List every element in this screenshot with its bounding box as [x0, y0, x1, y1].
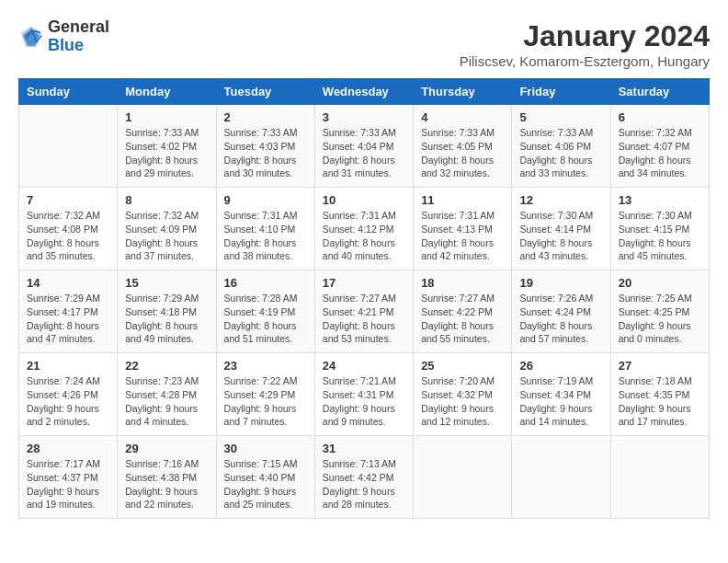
day-number: 15: [125, 276, 208, 290]
day-info: Sunrise: 7:15 AMSunset: 4:40 PMDaylight:…: [224, 457, 307, 511]
calendar-cell: 15Sunrise: 7:29 AMSunset: 4:18 PMDayligh…: [118, 270, 216, 353]
calendar-cell: [19, 105, 118, 188]
calendar-cell: 6Sunrise: 7:32 AMSunset: 4:07 PMDaylight…: [610, 105, 709, 188]
day-info: Sunrise: 7:13 AMSunset: 4:42 PMDaylight:…: [323, 457, 405, 511]
calendar-week-4: 21Sunrise: 7:24 AMSunset: 4:26 PMDayligh…: [19, 353, 710, 436]
day-info: Sunrise: 7:33 AMSunset: 4:03 PMDaylight:…: [224, 126, 307, 180]
day-number: 28: [27, 442, 109, 455]
calendar-cell: 24Sunrise: 7:21 AMSunset: 4:31 PMDayligh…: [314, 353, 413, 436]
day-info: Sunrise: 7:27 AMSunset: 4:22 PMDaylight:…: [421, 292, 504, 346]
calendar-cell: 8Sunrise: 7:32 AMSunset: 4:09 PMDaylight…: [118, 188, 216, 270]
day-info: Sunrise: 7:28 AMSunset: 4:19 PMDaylight:…: [224, 292, 307, 346]
day-number: 3: [323, 110, 405, 124]
calendar-cell: 18Sunrise: 7:27 AMSunset: 4:22 PMDayligh…: [414, 270, 512, 353]
calendar-cell: 14Sunrise: 7:29 AMSunset: 4:17 PMDayligh…: [19, 270, 118, 353]
title-block: January 2024 Piliscsev, Komarom-Esztergo…: [460, 18, 710, 69]
day-info: Sunrise: 7:32 AMSunset: 4:08 PMDaylight:…: [27, 209, 109, 263]
calendar-cell: 11Sunrise: 7:31 AMSunset: 4:13 PMDayligh…: [414, 188, 512, 270]
weekday-header-friday: Friday: [512, 79, 610, 105]
day-info: Sunrise: 7:24 AMSunset: 4:26 PMDaylight:…: [27, 374, 109, 429]
logo-text: General Blue: [48, 18, 109, 55]
calendar-cell: 21Sunrise: 7:24 AMSunset: 4:26 PMDayligh…: [19, 353, 118, 436]
weekday-header-sunday: Sunday: [19, 79, 118, 105]
calendar-cell: 1Sunrise: 7:33 AMSunset: 4:02 PMDaylight…: [118, 105, 216, 188]
day-info: Sunrise: 7:18 AMSunset: 4:35 PMDaylight:…: [619, 374, 701, 429]
day-info: Sunrise: 7:31 AMSunset: 4:10 PMDaylight:…: [224, 209, 307, 263]
logo-general: General: [48, 17, 109, 36]
calendar-cell: 17Sunrise: 7:27 AMSunset: 4:21 PMDayligh…: [314, 270, 413, 353]
day-number: 24: [323, 359, 405, 373]
day-info: Sunrise: 7:17 AMSunset: 4:37 PMDaylight:…: [27, 457, 109, 511]
weekday-header-saturday: Saturday: [610, 79, 709, 105]
day-number: 22: [125, 359, 208, 373]
page-subtitle: Piliscsev, Komarom-Esztergom, Hungary: [460, 53, 710, 69]
day-number: 26: [519, 359, 602, 373]
calendar-week-5: 28Sunrise: 7:17 AMSunset: 4:37 PMDayligh…: [19, 436, 710, 519]
day-number: 10: [323, 193, 405, 207]
logo-blue: Blue: [48, 36, 84, 54]
day-info: Sunrise: 7:33 AMSunset: 4:05 PMDaylight:…: [421, 126, 504, 180]
calendar-cell: 31Sunrise: 7:13 AMSunset: 4:42 PMDayligh…: [314, 436, 413, 519]
day-info: Sunrise: 7:30 AMSunset: 4:14 PMDaylight:…: [519, 209, 602, 263]
calendar-cell: 26Sunrise: 7:19 AMSunset: 4:34 PMDayligh…: [512, 353, 610, 436]
day-number: 4: [421, 110, 504, 124]
day-number: 9: [224, 193, 307, 207]
calendar-cell: 29Sunrise: 7:16 AMSunset: 4:38 PMDayligh…: [118, 436, 216, 519]
day-info: Sunrise: 7:29 AMSunset: 4:18 PMDaylight:…: [125, 292, 208, 346]
day-number: 5: [519, 110, 602, 124]
day-number: 20: [619, 276, 701, 290]
calendar-cell: [512, 436, 610, 519]
day-info: Sunrise: 7:19 AMSunset: 4:34 PMDaylight:…: [519, 374, 602, 429]
day-number: 6: [619, 110, 701, 124]
calendar-cell: 16Sunrise: 7:28 AMSunset: 4:19 PMDayligh…: [216, 270, 314, 353]
calendar-header-row: SundayMondayTuesdayWednesdayThursdayFrid…: [19, 79, 710, 105]
calendar-week-1: 1Sunrise: 7:33 AMSunset: 4:02 PMDaylight…: [19, 105, 710, 188]
calendar-cell: [610, 436, 709, 519]
day-info: Sunrise: 7:30 AMSunset: 4:15 PMDaylight:…: [619, 209, 701, 263]
weekday-header-tuesday: Tuesday: [216, 79, 314, 105]
calendar-cell: 9Sunrise: 7:31 AMSunset: 4:10 PMDaylight…: [216, 188, 314, 270]
day-info: Sunrise: 7:22 AMSunset: 4:29 PMDaylight:…: [224, 374, 307, 429]
day-number: 25: [421, 359, 504, 373]
logo-icon: [18, 24, 44, 50]
calendar-cell: [414, 436, 512, 519]
weekday-header-monday: Monday: [118, 79, 216, 105]
day-info: Sunrise: 7:27 AMSunset: 4:21 PMDaylight:…: [323, 292, 405, 346]
calendar-cell: 12Sunrise: 7:30 AMSunset: 4:14 PMDayligh…: [512, 188, 610, 270]
day-number: 12: [519, 193, 602, 207]
day-number: 31: [323, 442, 405, 455]
calendar-cell: 7Sunrise: 7:32 AMSunset: 4:08 PMDaylight…: [19, 188, 118, 270]
day-number: 14: [27, 276, 109, 290]
day-info: Sunrise: 7:23 AMSunset: 4:28 PMDaylight:…: [125, 374, 208, 429]
day-number: 30: [224, 442, 307, 455]
calendar-cell: 30Sunrise: 7:15 AMSunset: 4:40 PMDayligh…: [216, 436, 314, 519]
day-number: 8: [125, 193, 208, 207]
day-number: 1: [125, 110, 208, 124]
calendar-cell: 22Sunrise: 7:23 AMSunset: 4:28 PMDayligh…: [118, 353, 216, 436]
day-number: 18: [421, 276, 504, 290]
day-number: 2: [224, 110, 307, 124]
logo: General Blue: [18, 18, 109, 55]
day-info: Sunrise: 7:25 AMSunset: 4:25 PMDaylight:…: [619, 292, 701, 346]
day-number: 29: [125, 442, 208, 455]
day-number: 16: [224, 276, 307, 290]
page-title: January 2024: [460, 18, 710, 53]
day-info: Sunrise: 7:33 AMSunset: 4:04 PMDaylight:…: [323, 126, 405, 180]
day-info: Sunrise: 7:31 AMSunset: 4:12 PMDaylight:…: [323, 209, 405, 263]
day-info: Sunrise: 7:33 AMSunset: 4:06 PMDaylight:…: [519, 126, 602, 180]
calendar-cell: 4Sunrise: 7:33 AMSunset: 4:05 PMDaylight…: [414, 105, 512, 188]
calendar-week-2: 7Sunrise: 7:32 AMSunset: 4:08 PMDaylight…: [19, 188, 710, 270]
day-number: 23: [224, 359, 307, 373]
day-info: Sunrise: 7:31 AMSunset: 4:13 PMDaylight:…: [421, 209, 504, 263]
day-number: 17: [323, 276, 405, 290]
calendar-cell: 27Sunrise: 7:18 AMSunset: 4:35 PMDayligh…: [610, 353, 709, 436]
calendar-cell: 23Sunrise: 7:22 AMSunset: 4:29 PMDayligh…: [216, 353, 314, 436]
calendar-cell: 28Sunrise: 7:17 AMSunset: 4:37 PMDayligh…: [19, 436, 118, 519]
day-number: 19: [519, 276, 602, 290]
day-info: Sunrise: 7:20 AMSunset: 4:32 PMDaylight:…: [421, 374, 504, 429]
day-info: Sunrise: 7:29 AMSunset: 4:17 PMDaylight:…: [27, 292, 109, 346]
day-info: Sunrise: 7:32 AMSunset: 4:09 PMDaylight:…: [125, 209, 208, 263]
day-number: 7: [27, 193, 109, 207]
weekday-header-wednesday: Wednesday: [314, 79, 413, 105]
page-header: General Blue January 2024 Piliscsev, Kom…: [18, 18, 710, 69]
